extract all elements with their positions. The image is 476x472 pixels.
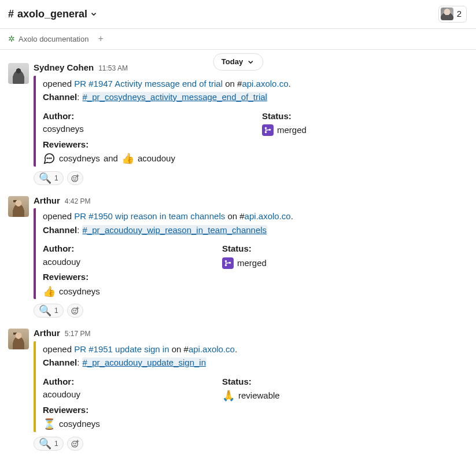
- status-row: merged: [262, 124, 355, 137]
- reviewers-label: Reviewers:: [43, 404, 135, 417]
- status-column: Status:merged: [262, 110, 355, 165]
- hash-icon: #: [8, 6, 14, 22]
- svg-point-6: [72, 175, 78, 181]
- author-value: acoudouy: [43, 388, 135, 401]
- message-author[interactable]: Arthur: [34, 327, 60, 340]
- message-header: Arthur4:42 PM: [34, 194, 467, 208]
- thumbsup-icon: 👍: [121, 153, 134, 164]
- comment-icon: [43, 152, 56, 165]
- status-row: merged: [222, 257, 315, 270]
- on-text: on #: [169, 344, 189, 354]
- status-value: merged: [277, 124, 307, 137]
- add-reaction-button[interactable]: [67, 171, 83, 185]
- repo-link[interactable]: api.axolo.co: [242, 79, 288, 89]
- reviewer-name: acoudouy: [138, 152, 175, 165]
- message-time: 4:42 PM: [65, 196, 91, 207]
- channel-label: Channel: [43, 357, 77, 367]
- pr-opened-line: opened PR #1947 Activity message end of …: [43, 78, 467, 91]
- svg-point-13: [73, 310, 74, 311]
- status-column: Status:merged: [222, 242, 315, 298]
- pr-columns: Author:acoudouyReviewers:⏳ cosydneysStat…: [43, 375, 467, 431]
- repo-link[interactable]: api.axolo.co: [189, 344, 235, 354]
- repo-link[interactable]: api.axolo.co: [245, 211, 291, 221]
- bookmark-item[interactable]: ✲ Axolo documentation: [8, 34, 88, 45]
- on-text: on #: [225, 211, 244, 221]
- author-label: Author:: [43, 242, 135, 256]
- pr-link[interactable]: PR #1950 wip reason in team channels: [74, 211, 225, 221]
- svg-point-12: [72, 308, 78, 314]
- status-label: Status:: [222, 375, 315, 389]
- channel-line: Channel: #_pr_cosydneys_activity_message…: [43, 91, 467, 104]
- reviewer-name: cosydneys: [59, 285, 100, 298]
- thumbsup-icon: 👍: [43, 286, 56, 297]
- reviewers-list: 👍 cosydneys: [43, 285, 135, 298]
- reviewers-block: Reviewers: cosydneys and 👍 acoudouy: [43, 138, 175, 165]
- author-label: Author:: [43, 110, 175, 123]
- pr-attachment: opened PR #1947 Activity message end of …: [34, 76, 467, 167]
- pr-attachment: opened PR #1950 wip reason in team chann…: [34, 208, 467, 299]
- svg-point-1: [49, 158, 49, 158]
- status-row: 🙏reviewable: [222, 389, 315, 403]
- author-value: acoudouy: [43, 256, 135, 269]
- message: Sydney Cohen11:53 AMopened PR #1947 Acti…: [0, 58, 476, 191]
- channel-name-button[interactable]: # axolo_general: [8, 6, 98, 22]
- magnifier-icon: 🔍: [39, 305, 51, 316]
- reviewers-list: cosydneys and 👍 acoudouy: [43, 152, 175, 165]
- reviewers-list: ⏳ cosydneys: [43, 418, 135, 431]
- reaction-count: 1: [54, 438, 58, 449]
- reactions-bar: 🔍1: [34, 171, 467, 185]
- channel-mention[interactable]: #_pr_cosydneys_activity_message_end_of_t…: [82, 92, 268, 102]
- merged-icon: [262, 124, 274, 136]
- message-list: Today Sydney Cohen11:53 AMopened PR #194…: [0, 50, 476, 456]
- reactions-bar: 🔍1: [34, 304, 467, 318]
- on-text: on #: [223, 79, 242, 89]
- status-label: Status:: [222, 242, 315, 256]
- pr-link[interactable]: PR #1951 update sign in: [74, 344, 169, 354]
- author-column: Author:acoudouyReviewers:👍 cosydneys: [43, 242, 135, 298]
- pr-opened-line: opened PR #1951 update sign in on #api.a…: [43, 343, 467, 356]
- status-value: merged: [237, 257, 267, 270]
- status-column: Status:🙏reviewable: [222, 375, 315, 431]
- channel-mention[interactable]: #_pr_acoudouy_wip_reason_in_team_channel…: [82, 225, 268, 235]
- user-avatar[interactable]: [8, 329, 29, 349]
- add-bookmark-button[interactable]: +: [98, 34, 103, 43]
- bookmark-label: Axolo documentation: [19, 34, 88, 45]
- svg-point-14: [75, 310, 76, 311]
- pr-link[interactable]: PR #1947 Activity message end of trial: [74, 79, 223, 89]
- svg-point-16: [73, 443, 74, 444]
- user-avatar[interactable]: [8, 196, 29, 217]
- opened-prefix: opened: [43, 79, 74, 89]
- pr-columns: Author:cosydneysReviewers: cosydneys and…: [43, 110, 467, 165]
- status-value: reviewable: [238, 389, 280, 403]
- opened-prefix: opened: [43, 344, 74, 354]
- svg-point-7: [73, 178, 74, 178]
- channel-label: Channel: [43, 225, 77, 235]
- svg-point-0: [47, 158, 47, 158]
- add-reaction-button[interactable]: [67, 304, 83, 318]
- date-divider-button[interactable]: Today: [213, 53, 263, 71]
- channel-name-text: axolo_general: [17, 6, 87, 22]
- reaction-pill[interactable]: 🔍1: [34, 437, 64, 451]
- member-avatar-icon: [441, 8, 453, 20]
- channel-header: # axolo_general 2: [0, 0, 476, 29]
- magnifier-icon: 🔍: [39, 173, 51, 183]
- member-count: 2: [457, 8, 462, 21]
- message-author[interactable]: Arthur: [34, 194, 60, 208]
- reviewer-joiner: and: [104, 152, 118, 165]
- channel-mention[interactable]: #_pr_acoudouy_update_sign_in: [82, 357, 207, 367]
- status-label: Status:: [262, 110, 355, 123]
- reviewers-block: Reviewers:⏳ cosydneys: [43, 404, 135, 431]
- channel-line: Channel: #_pr_acoudouy_update_sign_in: [43, 356, 467, 370]
- add-reaction-button[interactable]: [67, 437, 83, 451]
- member-count-button[interactable]: 2: [438, 6, 467, 23]
- reviewers-block: Reviewers:👍 cosydneys: [43, 271, 135, 298]
- reviewers-label: Reviewers:: [43, 271, 135, 284]
- reaction-pill[interactable]: 🔍1: [34, 304, 64, 318]
- message-time: 5:17 PM: [65, 329, 91, 339]
- reviewer-name: cosydneys: [59, 152, 100, 165]
- message-author[interactable]: Sydney Cohen: [34, 61, 94, 75]
- reaction-pill[interactable]: 🔍1: [34, 171, 64, 185]
- message-header: Arthur5:17 PM: [34, 327, 467, 340]
- merged-icon: [222, 257, 234, 269]
- user-avatar[interactable]: [8, 63, 29, 84]
